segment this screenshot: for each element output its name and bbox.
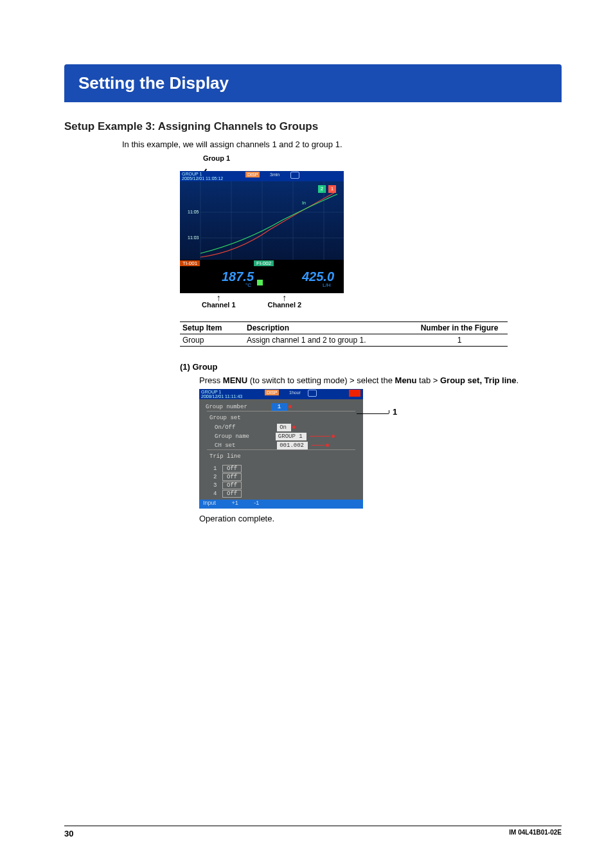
cell-description: Assign channel 1 and 2 to group 1. (244, 334, 411, 347)
minus1-button: -1 (254, 500, 259, 506)
th-setup-item: Setup Item (180, 322, 244, 334)
trend-screenshot: GROUP 1 2005/12/01 11:05:12 DISP 3min 2 … (180, 171, 344, 293)
groupname-label: Group name (215, 433, 249, 440)
trip-line-label: Trip line (209, 453, 241, 460)
shot2-datetime: 2008/12/01 11:11:43 (201, 394, 242, 399)
chset-value: 001.002 (277, 442, 308, 449)
status-square (257, 280, 263, 285)
camera-icon-2 (308, 390, 317, 397)
doc-id: IM 04L41B01-02E (509, 829, 562, 838)
shot1-datetime: 2005/12/01 11:05:12 (182, 176, 223, 181)
step-1-group-heading: (1) Group (180, 362, 562, 372)
table-row: Group Assign channel 1 and 2 to group 1.… (180, 334, 508, 347)
input-button: Input (203, 500, 216, 506)
onoff-value: On (277, 424, 291, 431)
disp-badge: DISP (245, 172, 260, 177)
page-number: 30 (64, 829, 73, 838)
th-description: Description (244, 322, 411, 334)
plus1-button: +1 (232, 500, 238, 506)
group-set-label: Group set (209, 415, 241, 421)
channel-2-label: Channel 2 (268, 294, 302, 309)
tag-1: TI-001 (180, 260, 200, 266)
callout-leader-1: 1 (367, 389, 405, 402)
onoff-label: On/Off (215, 424, 235, 431)
title-bar: Setting the Display (64, 64, 562, 102)
th-number: Number in the Figure (411, 322, 508, 334)
group-1-label: Group 1 (203, 154, 360, 162)
group-number-label: Group number (206, 404, 247, 410)
intro-text: In this example, we will assign channels… (122, 140, 562, 149)
shot2-group: GROUP 1 (201, 390, 221, 394)
groupname-value: GROUP 1 (276, 433, 306, 440)
cell-setup-item: Group (180, 334, 244, 347)
tripline-1: Off (222, 465, 242, 473)
callout-num-1: 1 (393, 407, 397, 417)
section-subtitle: Setup Example 3: Assigning Channels to G… (64, 120, 562, 133)
settings-screenshot: GROUP 1 2008/12/01 11:11:43 DISP 1hour G… (199, 389, 363, 509)
figure-1-block: Group 1 GROUP 1 2005/12/01 11:05:12 DISP… (180, 154, 360, 309)
tag-2: FI-002 (254, 260, 274, 266)
shot1-group: GROUP 1 (182, 172, 202, 176)
setup-item-table: Setup Item Description Number in the Fig… (180, 321, 508, 347)
tripline-4: Off (222, 490, 242, 498)
record-icon (349, 390, 360, 397)
disp-badge-2: DISP (265, 390, 279, 395)
chset-label: CH set (215, 442, 235, 449)
channel-1-label: Channel 1 (202, 294, 236, 309)
unit-1: °C (245, 282, 251, 288)
tripline-2: Off (222, 473, 242, 481)
page-footer: 30 IM 04L41B01-02E (64, 826, 562, 838)
tripline-3: Off (222, 482, 242, 489)
cell-number: 1 (411, 334, 508, 347)
group-number-value: 1 (271, 403, 287, 411)
interval-2: 1hour (289, 390, 301, 395)
instruction-text: Press MENU (to switch to setting mode) >… (199, 374, 546, 387)
unit-2: L/H (323, 282, 330, 288)
operation-complete: Operation complete. (199, 514, 562, 523)
camera-icon (290, 172, 299, 179)
interval-label: 3min (270, 172, 280, 177)
